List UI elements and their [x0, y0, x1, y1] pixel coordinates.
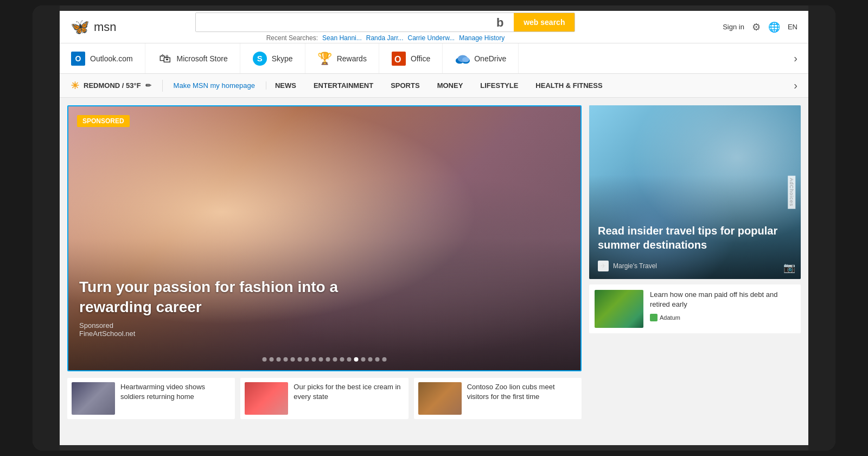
location-box: ☀ REDMOND / 53°F ✏ — [71, 80, 163, 92]
dot-12 — [340, 357, 344, 362]
outlook-icon: O — [71, 51, 86, 66]
news-card-zoo[interactable]: Contoso Zoo lion cubs meet visitors for … — [414, 378, 582, 419]
recent-search-1[interactable]: Sean Hanni... — [322, 34, 362, 42]
hero-source: Sponsored FineArtSchool.net — [79, 321, 378, 338]
news-source-badge-debt: Adatum — [650, 314, 680, 321]
recent-search-3[interactable]: Carrie Underw... — [407, 34, 455, 42]
edit-location-icon[interactable]: ✏ — [145, 81, 151, 90]
nav-onedrive[interactable]: OneDrive — [443, 43, 519, 73]
svg-point-6 — [462, 57, 469, 62]
nav-outlook[interactable]: O Outlook.com — [71, 43, 145, 73]
manage-history-link[interactable]: Manage History — [459, 34, 505, 42]
recent-searches-bar: Recent Searches: Sean Hanni... Randa Jar… — [195, 34, 575, 42]
dot-6 — [298, 357, 302, 362]
svg-text:b: b — [496, 16, 503, 29]
nav-link-health[interactable]: HEALTH & FITNESS — [527, 74, 611, 97]
bing-icon: b — [488, 13, 514, 31]
nav-skype-label: Skype — [272, 54, 293, 63]
nav-link-news[interactable]: NEWS — [266, 74, 305, 97]
nav-outlook-label: Outlook.com — [90, 54, 133, 63]
search-input[interactable] — [196, 13, 488, 31]
featured-section: SPONSORED Turn your passion for fashion … — [67, 105, 582, 445]
news-source-name: Adatum — [660, 314, 680, 321]
search-container: b web search Recent Searches: Sean Hanni… — [195, 12, 575, 42]
nav-more-chevron[interactable]: › — [794, 52, 797, 65]
header: 🦋 msn b web search Recent Searches: Sean… — [60, 11, 808, 43]
bottom-news-row: Heartwarming video shows soldiers return… — [67, 378, 582, 419]
ad-card-travel[interactable]: AdChoices Read insider travel tips for p… — [589, 105, 801, 279]
recent-label: Recent Searches: — [266, 34, 318, 42]
nav-store-label: Microsoft Store — [177, 54, 228, 63]
logo-text: msn — [94, 20, 117, 34]
dot-2 — [270, 357, 274, 362]
ad-text-block: Read insider travel tips for popular sum… — [598, 224, 792, 252]
nav-skype[interactable]: S Skype — [240, 43, 305, 73]
ad-source-icon: ✈ — [598, 261, 609, 271]
dot-17 — [375, 357, 380, 362]
office-icon: O — [391, 51, 406, 66]
nav-link-lifestyle[interactable]: LIFESTYLE — [471, 74, 527, 97]
nav-onedrive-label: OneDrive — [474, 54, 506, 63]
nav-link-entertainment[interactable]: ENTERTAINMENT — [305, 74, 382, 97]
dot-18 — [382, 357, 387, 362]
dot-1 — [263, 357, 267, 362]
sign-in-button[interactable]: Sign in — [723, 23, 744, 31]
nav-bar: O Outlook.com 🛍 Microsoft Store S Skype … — [60, 43, 808, 74]
ad-source-name: Margie's Travel — [613, 262, 657, 270]
hero-dots — [263, 357, 387, 362]
nav-link-sports[interactable]: SPORTS — [382, 74, 428, 97]
dot-5 — [291, 357, 295, 362]
dot-4 — [284, 357, 288, 362]
news-thumb-debt — [595, 290, 643, 328]
dot-7 — [305, 357, 309, 362]
camera-icon: 📷 — [783, 262, 795, 274]
nav-office[interactable]: O Office — [379, 43, 443, 73]
hero-text-block: Turn your passion for fashion into a rew… — [79, 277, 378, 338]
news-thumb-soldiers — [72, 382, 115, 415]
settings-icon[interactable]: ⚙ — [752, 21, 761, 33]
toolbar: ☀ REDMOND / 53°F ✏ Make MSN my homepage … — [60, 74, 808, 98]
content-nav-links: NEWS ENTERTAINMENT SPORTS MONEY LIFESTYL… — [266, 74, 611, 97]
news-card-soldiers[interactable]: Heartwarming video shows soldiers return… — [67, 378, 235, 419]
news-text-debt: Learn how one man paid off his debt and … — [650, 290, 795, 328]
globe-icon: 🌐 — [768, 21, 780, 33]
dot-10 — [326, 357, 330, 362]
news-thumb-zoo — [418, 382, 462, 415]
ad-title: Read insider travel tips for popular sum… — [598, 224, 792, 252]
store-icon: 🛍 — [157, 51, 173, 66]
nav-rewards[interactable]: 🏆 Rewards — [305, 43, 379, 73]
rewards-icon: 🏆 — [317, 51, 333, 66]
news-text-zoo: Contoso Zoo lion cubs meet visitors for … — [467, 382, 577, 415]
sponsored-badge: SPONSORED — [77, 115, 130, 127]
dot-16 — [368, 357, 373, 362]
logo-icon: 🦋 — [71, 18, 90, 36]
news-text-soldiers: Heartwarming video shows soldiers return… — [120, 382, 231, 415]
dot-9 — [319, 357, 323, 362]
toolbar-more-chevron[interactable]: › — [794, 79, 797, 92]
nav-rewards-label: Rewards — [337, 54, 367, 63]
dot-3 — [277, 357, 281, 362]
news-text-icecream: Our picks for the best ice cream in ever… — [293, 382, 404, 415]
news-title-debt: Learn how one man paid off his debt and … — [650, 290, 795, 309]
ad-source: ✈ Margie's Travel — [598, 261, 657, 271]
hero-title: Turn your passion for fashion into a rew… — [79, 277, 378, 317]
right-column: AdChoices Read insider travel tips for p… — [589, 105, 801, 445]
nav-office-label: Office — [411, 54, 430, 63]
msn-logo[interactable]: 🦋 msn — [71, 18, 117, 36]
nav-store[interactable]: 🛍 Microsoft Store — [145, 43, 240, 73]
source-dot-icon — [650, 314, 658, 321]
make-homepage-link[interactable]: Make MSN my homepage — [163, 81, 266, 90]
recent-search-2[interactable]: Randa Jarr... — [366, 34, 404, 42]
hero-card[interactable]: SPONSORED Turn your passion for fashion … — [67, 105, 582, 371]
onedrive-icon — [455, 51, 470, 66]
language-selector[interactable]: EN — [788, 23, 797, 31]
search-bar: b web search — [195, 12, 575, 32]
svg-text:O: O — [394, 55, 401, 64]
news-card-icecream[interactable]: Our picks for the best ice cream in ever… — [240, 378, 408, 419]
ad-background — [589, 105, 801, 279]
nav-link-money[interactable]: MONEY — [429, 74, 472, 97]
dot-13 — [347, 357, 352, 362]
skype-icon: S — [252, 51, 267, 66]
news-card-debt[interactable]: Learn how one man paid off his debt and … — [589, 284, 801, 333]
search-button[interactable]: web search — [514, 13, 575, 31]
